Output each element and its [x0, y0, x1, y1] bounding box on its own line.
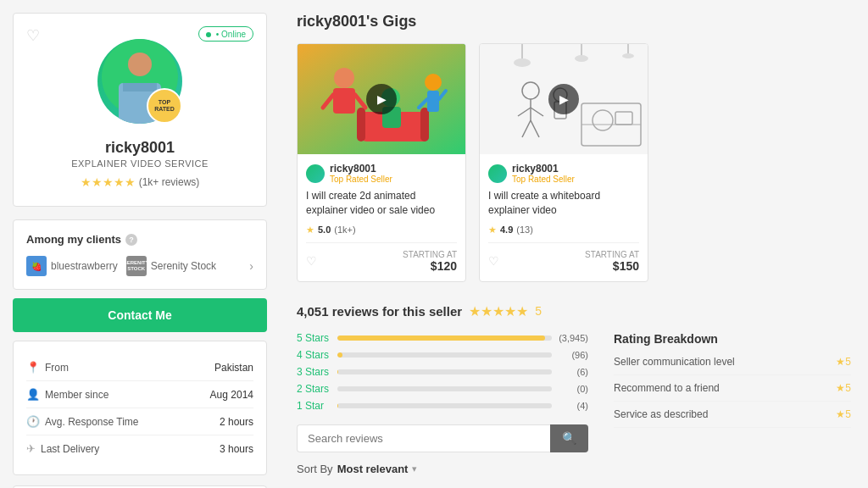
info-rows: 📍 From Pakistan 👤 Member since Aug 2014 …: [13, 341, 267, 475]
gig-heart-2[interactable]: ♡: [488, 254, 499, 268]
recommend-stars: ★5: [836, 382, 851, 394]
breakdown-communication: Seller communication level ★5: [614, 356, 851, 375]
search-reviews-button[interactable]: 🔍: [550, 424, 588, 452]
seller-badge-1: Top Rated Seller: [330, 175, 392, 184]
star-1-label[interactable]: 1 Star: [297, 400, 331, 412]
star-3-label[interactable]: 3 Stars: [297, 366, 331, 378]
seller-name-2: ricky8001: [512, 163, 575, 175]
seller-name-1: ricky8001: [330, 163, 392, 175]
svg-point-5: [334, 68, 354, 88]
reviews-count: 4,051 reviews for this seller: [297, 304, 462, 319]
clients-info-icon[interactable]: ?: [125, 234, 137, 246]
gig-seller-2: ricky8001 Top Rated Seller: [488, 163, 639, 184]
sort-value[interactable]: Most relevant: [337, 463, 409, 475]
sort-by-label: Sort By: [297, 463, 333, 475]
gig-card-2-body: ricky8001 Top Rated Seller I will create…: [480, 154, 648, 281]
svg-point-20: [514, 58, 531, 67]
communication-label: Seller communication level: [614, 356, 735, 368]
left-panel: ♡ • Online TOP RATED ricky8001 EXPLAINER…: [0, 0, 280, 488]
client-2: SERENITY STOCK Serenity Stock: [126, 256, 216, 276]
star-2-track: [337, 386, 552, 391]
seller-avatar-1: [306, 164, 325, 183]
gig-thumb-2: ▶: [480, 44, 648, 154]
gigs-row: ▶ ricky8001 Top Rated Seller I will crea…: [297, 43, 851, 282]
svg-point-14: [425, 74, 442, 91]
location-icon: 📍: [26, 361, 40, 374]
star-2-label[interactable]: 2 Stars: [297, 383, 331, 395]
breakdown-recommend: Recommend to a friend ★5: [614, 382, 851, 402]
clients-chevron-icon[interactable]: ›: [249, 259, 253, 273]
communication-stars: ★5: [836, 356, 851, 368]
gig-card-1[interactable]: ▶ ricky8001 Top Rated Seller I will crea…: [297, 43, 466, 282]
top-rated-badge: TOP RATED: [147, 88, 182, 124]
svg-rect-6: [333, 88, 355, 114]
favorite-icon[interactable]: ♡: [26, 26, 40, 45]
from-value: Pakistan: [214, 362, 253, 374]
gig-rating-2: ★ 4.9 (13): [488, 225, 639, 236]
info-row-member-since: 👤 Member since Aug 2014: [26, 381, 253, 408]
play-button-1[interactable]: ▶: [366, 84, 397, 114]
last-delivery-value: 3 hours: [220, 443, 253, 455]
service-label: Service as described: [614, 408, 708, 420]
star-4-track: [337, 352, 552, 358]
sort-row: Sort By Most relevant ▾: [297, 463, 588, 475]
client-2-logo: SERENITY STOCK: [126, 256, 147, 276]
star-3-count: (6): [559, 367, 588, 377]
star-4-label[interactable]: 4 Stars: [297, 349, 331, 361]
star-bar-5: 5 Stars (3,945): [297, 332, 588, 344]
svg-point-24: [622, 53, 634, 58]
rating-breakdown: Rating Breakdown Seller communication le…: [614, 332, 851, 475]
right-panel: ricky8001's Gigs: [280, 0, 868, 488]
info-row-from: 📍 From Pakistan: [26, 354, 253, 381]
client-logos: 🍓 bluestrawberry SERENITY STOCK Serenity…: [26, 256, 253, 276]
gigs-section-title: ricky8001's Gigs: [297, 13, 851, 30]
play-button-2[interactable]: ▶: [548, 84, 579, 114]
sort-chevron-icon[interactable]: ▾: [412, 463, 417, 474]
star-bars: 5 Stars (3,945) 4 Stars (96) 3 Stars (6): [297, 332, 588, 475]
star-bar-1: 1 Star (4): [297, 400, 588, 412]
gig-footer-2: ♡ STARTING AT $150: [488, 242, 639, 273]
online-badge: • Online: [198, 26, 253, 42]
breakdown-service: Service as described ★5: [614, 408, 851, 428]
reviews-body: 5 Stars (3,945) 4 Stars (96) 3 Stars (6): [297, 332, 851, 475]
star-1-count: (4): [559, 401, 588, 411]
info-row-last-delivery: ✈ Last Delivery 3 hours: [26, 435, 253, 462]
gig-heart-1[interactable]: ♡: [306, 254, 317, 268]
star-4-fill: [337, 352, 342, 358]
clients-section: Among my clients ? 🍓 bluestrawberry SERE…: [13, 219, 267, 290]
gig-footer-1: ♡ STARTING AT $120: [306, 242, 457, 273]
profile-card: ♡ • Online TOP RATED ricky8001 EXPLAINER…: [13, 13, 267, 207]
star-3-track: [337, 369, 552, 374]
reviews-stars: ★★★★★: [469, 303, 528, 319]
seller-badge-2: Top Rated Seller: [512, 175, 575, 184]
member-icon: 👤: [26, 388, 40, 401]
client-1-logo: 🍓: [26, 256, 47, 276]
gig-rating-1: ★ 5.0 (1k+): [306, 225, 457, 236]
review-count: (1k+ reviews): [139, 176, 200, 188]
contact-button[interactable]: Contact Me: [13, 298, 267, 332]
svg-rect-15: [427, 91, 439, 112]
avatar: TOP RATED: [97, 39, 182, 124]
gig-card-1-body: ricky8001 Top Rated Seller I will create…: [298, 154, 465, 281]
info-row-response-time: 🕐 Avg. Response Time 2 hours: [26, 408, 253, 435]
svg-rect-3: [123, 83, 157, 92]
star-5-label[interactable]: 5 Stars: [297, 332, 331, 344]
star-rating: ★★★★★: [81, 175, 136, 189]
star-5-track: [337, 336, 552, 341]
svg-point-22: [575, 55, 588, 62]
online-dot: [206, 32, 211, 37]
delivery-icon: ✈: [26, 442, 36, 455]
reviews-header: 4,051 reviews for this seller ★★★★★ 5: [297, 303, 851, 319]
recommend-label: Recommend to a friend: [614, 382, 720, 394]
star-3-fill: [337, 369, 338, 374]
gig-seller-1: ricky8001 Top Rated Seller: [306, 163, 457, 184]
gig-card-2[interactable]: ▶ ricky8001 Top Rated Seller I will crea…: [479, 43, 648, 282]
member-since-value: Aug 2014: [210, 389, 253, 401]
gig-thumb-1: ▶: [298, 44, 465, 154]
search-reviews-input[interactable]: [297, 424, 550, 452]
star-5-fill: [337, 336, 545, 341]
reviews-avg: 5: [535, 304, 542, 318]
star-5-count: (3,945): [559, 333, 588, 343]
star-bar-4: 4 Stars (96): [297, 349, 588, 361]
star-bar-2: 2 Stars (0): [297, 383, 588, 395]
